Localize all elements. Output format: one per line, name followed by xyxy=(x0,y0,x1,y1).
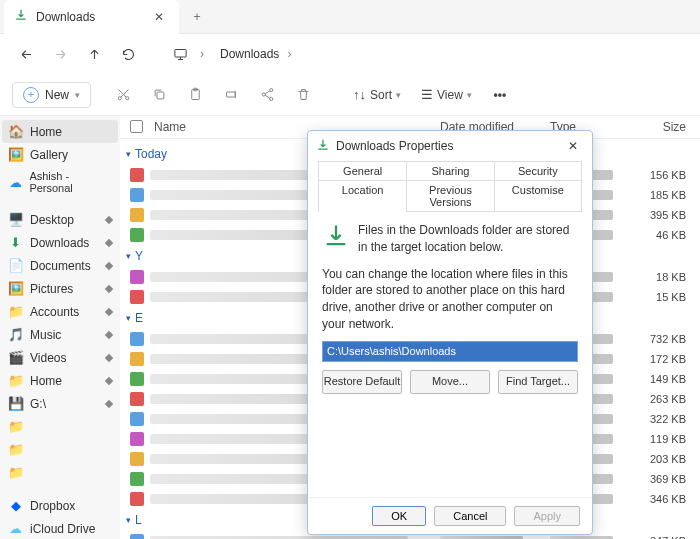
apply-button[interactable]: Apply xyxy=(514,506,580,526)
dialog-text: You can change the location where files … xyxy=(322,266,578,333)
drive-icon: 💾 xyxy=(8,396,23,411)
videos-icon: 🎬 xyxy=(8,350,23,365)
cancel-button[interactable]: Cancel xyxy=(434,506,506,526)
sidebar-item-pictures[interactable]: 🖼️Pictures xyxy=(2,277,118,300)
svg-rect-3 xyxy=(157,92,164,99)
svg-rect-6 xyxy=(226,92,235,97)
folder-icon: 📁 xyxy=(8,442,23,457)
downloads-icon xyxy=(14,8,28,25)
sidebar-item-videos[interactable]: 🎬Videos xyxy=(2,346,118,369)
col-size[interactable]: Size xyxy=(640,120,700,134)
select-all-checkbox[interactable] xyxy=(130,120,143,133)
sidebar-item-folder[interactable]: 📁 xyxy=(2,461,118,484)
chevron-right-icon: › xyxy=(200,47,204,61)
delete-button[interactable] xyxy=(287,79,319,111)
path-input[interactable]: C:\Users\ashis\Downloads xyxy=(322,341,578,362)
sidebar-item-gallery[interactable]: 🖼️Gallery xyxy=(2,143,118,166)
documents-icon: 📄 xyxy=(8,258,23,273)
rename-button[interactable] xyxy=(215,79,247,111)
new-button[interactable]: + New ▾ xyxy=(12,82,91,108)
svg-point-1 xyxy=(118,97,121,100)
sidebar-item-desktop[interactable]: 🖥️Desktop xyxy=(2,208,118,231)
cloud-icon: ☁ xyxy=(8,175,22,190)
sort-button[interactable]: ↑↓Sort▾ xyxy=(345,87,409,102)
tab-sharing[interactable]: Sharing xyxy=(406,162,493,181)
share-button[interactable] xyxy=(251,79,283,111)
new-tab-button[interactable]: ＋ xyxy=(179,8,215,25)
tab-general[interactable]: General xyxy=(319,162,406,181)
sidebar-item-downloads[interactable]: ⬇Downloads xyxy=(2,231,118,254)
sidebar-item-home2[interactable]: 📁Home xyxy=(2,369,118,392)
sidebar-item-home[interactable]: 🏠Home xyxy=(2,120,118,143)
sidebar-item-gdrive[interactable]: 💾G:\ xyxy=(2,392,118,415)
close-button[interactable]: ✕ xyxy=(562,137,584,155)
chevron-down-icon: ▾ xyxy=(75,90,80,100)
move-button[interactable]: Move... xyxy=(410,370,490,393)
downloads-icon xyxy=(316,138,330,155)
icloud-icon: ☁ xyxy=(8,521,23,536)
refresh-button[interactable] xyxy=(114,40,142,68)
more-button[interactable]: ••• xyxy=(484,79,516,111)
view-button[interactable]: ☰View▾ xyxy=(413,87,480,102)
music-icon: 🎵 xyxy=(8,327,23,342)
window-tab[interactable]: Downloads ✕ xyxy=(4,0,179,34)
tab-customise[interactable]: Customise xyxy=(494,181,581,212)
tab-location[interactable]: Location xyxy=(319,181,406,212)
close-icon[interactable]: ✕ xyxy=(149,8,169,26)
sidebar-item-onedrive[interactable]: ☁Ashish - Personal xyxy=(2,166,118,198)
sidebar: 🏠Home 🖼️Gallery ☁Ashish - Personal 🖥️Des… xyxy=(0,116,120,539)
downloads-icon: ⬇ xyxy=(8,235,23,250)
sidebar-item-iclouddrive[interactable]: ☁iCloud Drive xyxy=(2,517,118,539)
downloads-icon xyxy=(322,222,350,256)
pc-icon[interactable] xyxy=(166,40,194,68)
ok-button[interactable]: OK xyxy=(372,506,426,526)
back-button[interactable] xyxy=(12,40,40,68)
tab-previous-versions[interactable]: Previous Versions xyxy=(406,181,493,212)
home-icon: 🏠 xyxy=(8,124,23,139)
gallery-icon: 🖼️ xyxy=(8,147,23,162)
pictures-icon: 🖼️ xyxy=(8,281,23,296)
desktop-icon: 🖥️ xyxy=(8,212,23,227)
chevron-right-icon: › xyxy=(287,47,291,61)
sidebar-item-folder[interactable]: 📁 xyxy=(2,415,118,438)
sidebar-item-documents[interactable]: 📄Documents xyxy=(2,254,118,277)
tab-title: Downloads xyxy=(36,10,141,24)
plus-icon: + xyxy=(23,87,39,103)
paste-button[interactable] xyxy=(179,79,211,111)
dropbox-icon: ◆ xyxy=(8,498,23,513)
dialog-title: Downloads Properties xyxy=(336,139,556,153)
folder-icon: 📁 xyxy=(8,373,23,388)
folder-icon: 📁 xyxy=(8,465,23,480)
svg-rect-0 xyxy=(174,49,185,57)
folder-icon: 📁 xyxy=(8,304,23,319)
svg-point-2 xyxy=(125,97,128,100)
forward-button[interactable] xyxy=(46,40,74,68)
cut-button[interactable] xyxy=(107,79,139,111)
tab-security[interactable]: Security xyxy=(494,162,581,181)
breadcrumb-item[interactable]: Downloads xyxy=(220,47,279,61)
dialog-tabs: General Sharing Security Location Previo… xyxy=(318,161,582,212)
sidebar-item-accounts[interactable]: 📁Accounts xyxy=(2,300,118,323)
find-target-button[interactable]: Find Target... xyxy=(498,370,578,393)
sidebar-item-music[interactable]: 🎵Music xyxy=(2,323,118,346)
copy-button[interactable] xyxy=(143,79,175,111)
properties-dialog: Downloads Properties ✕ General Sharing S… xyxy=(307,130,593,535)
breadcrumb[interactable]: Downloads › xyxy=(220,47,291,61)
dialog-text: Files in the Downloads folder are stored… xyxy=(358,222,578,256)
up-button[interactable] xyxy=(80,40,108,68)
restore-default-button[interactable]: Restore Default xyxy=(322,370,402,393)
folder-icon: 📁 xyxy=(8,419,23,434)
sidebar-item-folder[interactable]: 📁 xyxy=(2,438,118,461)
sidebar-item-dropbox[interactable]: ◆Dropbox xyxy=(2,494,118,517)
